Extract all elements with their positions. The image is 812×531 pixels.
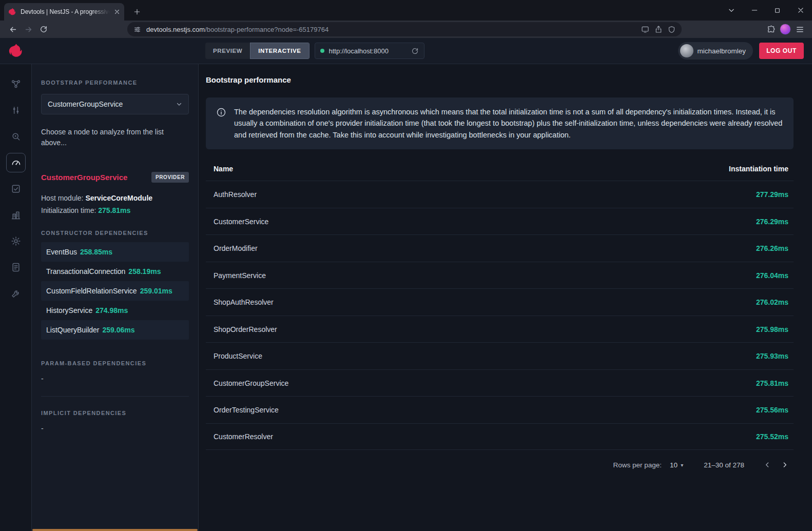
reload-button[interactable] bbox=[36, 22, 51, 36]
table-row: OrderModifier 276.26ms bbox=[206, 234, 794, 262]
nav-settings[interactable] bbox=[6, 231, 26, 251]
nav-audit[interactable] bbox=[6, 179, 26, 199]
node-select[interactable]: CustomerGroupService bbox=[41, 94, 189, 114]
preview-mode-button[interactable]: PREVIEW bbox=[205, 43, 250, 59]
constructor-deps-list: EventBus 258.85ms TransactionalConnectio… bbox=[41, 242, 189, 340]
selected-node-name: CustomerGroupService bbox=[41, 173, 127, 182]
dependency-name: CustomFieldRelationService bbox=[46, 287, 137, 295]
dependency-item[interactable]: HistoryService 274.98ms bbox=[41, 301, 189, 320]
row-name: CustomerResolver bbox=[214, 432, 273, 441]
tab-close-icon[interactable] bbox=[114, 9, 120, 15]
row-name: ProductService bbox=[214, 352, 262, 360]
table-row: ProductService 275.93ms bbox=[206, 342, 794, 369]
sidebar-divider bbox=[41, 396, 189, 397]
minimize-button[interactable] bbox=[743, 0, 766, 21]
row-time: 275.56ms bbox=[756, 406, 788, 414]
row-time: 275.81ms bbox=[756, 379, 788, 387]
nestjs-logo[interactable] bbox=[0, 43, 32, 58]
nav-inspect[interactable] bbox=[6, 127, 26, 146]
row-time: 276.02ms bbox=[756, 298, 788, 306]
row-time: 276.04ms bbox=[756, 271, 788, 280]
app-header: PREVIEW INTERACTIVE http://localhost:800… bbox=[0, 38, 812, 64]
browser-window: Devtools | NestJS - A progressive bbox=[0, 0, 812, 531]
browser-tab[interactable]: Devtools | NestJS - A progressive bbox=[4, 3, 124, 21]
tab-search-icon[interactable] bbox=[720, 0, 743, 21]
close-button[interactable] bbox=[789, 0, 812, 21]
url-text: devtools.nestjs.com/bootstrap-performanc… bbox=[146, 26, 636, 33]
row-name: ShopOrderResolver bbox=[214, 325, 277, 333]
dependency-item[interactable]: TransactionalConnection 258.19ms bbox=[41, 262, 189, 281]
table-row: CustomerGroupService 275.81ms bbox=[206, 369, 794, 397]
row-time: 275.98ms bbox=[756, 325, 788, 333]
tab-title: Devtools | NestJS - A progressive bbox=[21, 8, 110, 15]
dependency-name: EventBus bbox=[46, 248, 77, 256]
maximize-button[interactable] bbox=[766, 0, 789, 21]
back-button[interactable] bbox=[5, 22, 21, 36]
dependency-name: TransactionalConnection bbox=[46, 267, 125, 276]
param-deps-value: - bbox=[41, 375, 189, 383]
next-page-button[interactable] bbox=[776, 456, 794, 474]
logout-button[interactable]: LOG OUT bbox=[759, 43, 804, 59]
new-tab-button[interactable] bbox=[129, 4, 145, 19]
url-path: /bootstrap-performance?node=-65179764 bbox=[205, 26, 328, 33]
url-domain: devtools.nestjs.com bbox=[146, 26, 205, 33]
implicit-deps-title: IMPLICIT DEPENDENCIES bbox=[41, 410, 189, 416]
rows-per-page-select[interactable]: 10 ▾ bbox=[670, 461, 683, 469]
profile-avatar[interactable] bbox=[778, 24, 792, 35]
info-box: The dependencies resolution algorithm is… bbox=[206, 97, 794, 149]
dependency-item[interactable]: EventBus 258.85ms bbox=[41, 242, 189, 262]
user-chip[interactable]: michaelbromley bbox=[678, 42, 753, 60]
forward-button[interactable] bbox=[21, 22, 36, 36]
node-select-value: CustomerGroupService bbox=[48, 100, 172, 108]
window-controls bbox=[720, 0, 812, 21]
interactive-mode-button[interactable]: INTERACTIVE bbox=[250, 43, 309, 59]
host-module-value: ServiceCoreModule bbox=[85, 194, 152, 202]
nav-bootstrap-performance[interactable] bbox=[6, 153, 26, 172]
table-row: ShopAuthResolver 276.02ms bbox=[206, 288, 794, 316]
chevron-right-icon bbox=[781, 461, 789, 469]
brave-shield-icon[interactable] bbox=[668, 26, 675, 33]
audit-icon bbox=[11, 184, 21, 194]
row-name: ShopAuthResolver bbox=[214, 298, 274, 306]
name-column-header: Name bbox=[214, 165, 233, 173]
send-to-device-icon[interactable] bbox=[641, 25, 649, 33]
previous-page-button[interactable] bbox=[759, 456, 776, 474]
nav-pipes[interactable] bbox=[6, 101, 26, 120]
row-name: OrderTestingService bbox=[214, 406, 279, 414]
target-url-box[interactable]: http://localhost:8000 bbox=[315, 43, 424, 59]
nav-docs[interactable] bbox=[6, 258, 26, 277]
init-time-value: 275.81ms bbox=[98, 206, 130, 214]
info-icon bbox=[216, 107, 226, 141]
nestjs-favicon bbox=[8, 8, 16, 16]
pipes-icon bbox=[11, 105, 21, 115]
dependency-item[interactable]: CustomFieldRelationService 259.01ms bbox=[41, 281, 189, 301]
nav-tools[interactable] bbox=[6, 284, 26, 303]
docs-icon bbox=[11, 262, 21, 272]
row-time: 275.52ms bbox=[756, 432, 788, 441]
target-refresh-icon[interactable] bbox=[411, 47, 419, 55]
extensions-icon[interactable] bbox=[764, 25, 778, 34]
constructor-deps-title: CONSTRUCTOR DEPENDENCIES bbox=[41, 230, 189, 236]
dependency-time: 259.01ms bbox=[140, 287, 172, 295]
rows-per-page-label: Rows per page: bbox=[613, 461, 662, 469]
row-name: OrderModifier bbox=[214, 244, 258, 252]
table-header: Name Instantiation time bbox=[206, 156, 794, 181]
site-settings-icon[interactable] bbox=[133, 26, 141, 33]
nav-modules[interactable] bbox=[6, 205, 26, 225]
table-row: ShopOrderResolver 275.98ms bbox=[206, 316, 794, 343]
chevron-down-icon bbox=[176, 101, 182, 107]
dependency-time: 258.19ms bbox=[128, 267, 161, 276]
horizontal-scrollbar[interactable] bbox=[32, 529, 198, 531]
row-name: AuthResolver bbox=[214, 190, 257, 199]
nav-graph[interactable] bbox=[6, 74, 26, 94]
tab-strip: Devtools | NestJS - A progressive bbox=[0, 0, 812, 21]
share-icon[interactable] bbox=[654, 25, 663, 33]
dependency-item[interactable]: ListQueryBuilder 259.06ms bbox=[41, 320, 189, 340]
param-deps-title: PARAM-BASED DEPENDENCIES bbox=[41, 360, 189, 366]
menu-icon[interactable] bbox=[792, 25, 807, 34]
main-content: Bootstrap performance The dependencies r… bbox=[199, 64, 812, 531]
caret-down-icon: ▾ bbox=[681, 462, 683, 468]
icon-rail bbox=[0, 64, 32, 531]
address-bar[interactable]: devtools.nestjs.com/bootstrap-performanc… bbox=[127, 22, 682, 36]
dependency-time: 258.85ms bbox=[80, 248, 112, 256]
